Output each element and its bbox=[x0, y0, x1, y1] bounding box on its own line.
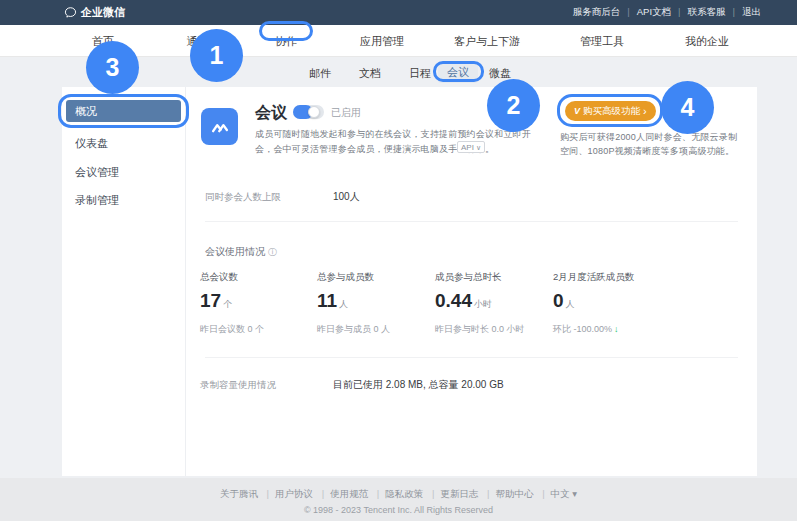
participant-limit-value: 100人 bbox=[333, 190, 360, 204]
stat-value: 0 bbox=[553, 290, 564, 311]
stat-value: 11 bbox=[317, 290, 337, 311]
sidebar-item-overview[interactable]: 概况 bbox=[66, 100, 181, 122]
api-dropdown[interactable]: API∨ bbox=[457, 141, 485, 153]
tab-calendar[interactable]: 日程 bbox=[409, 66, 431, 81]
footer-links: 关于腾讯 用户协议 使用规范 隐私政策 更新日志 帮助中心 中文 ▾ bbox=[0, 488, 797, 501]
topbar-link-api-docs[interactable]: API文档 bbox=[620, 6, 671, 19]
buy-premium-button[interactable]: V 购买高级功能 › bbox=[565, 101, 656, 121]
chevron-right-icon: › bbox=[643, 106, 647, 117]
footer-link-changelog[interactable]: 更新日志 bbox=[426, 488, 478, 499]
stat-total-duration: 成员参与总时长 0.44小时 昨日参与时长 0.0 小时 bbox=[435, 271, 550, 336]
nav-item-customers[interactable]: 客户与上下游 bbox=[454, 34, 520, 49]
stat-subtext: 环比 -100.00% bbox=[553, 324, 612, 334]
annotation-step-4: 4 bbox=[661, 81, 714, 134]
tab-docs[interactable]: 文档 bbox=[359, 66, 381, 81]
footer-link-usage-rules[interactable]: 使用规范 bbox=[316, 488, 368, 499]
meeting-description-line1: 成员可随时随地发起和参与的在线会议，支持提前预约会议和立即开 bbox=[255, 128, 531, 141]
api-label: API bbox=[461, 143, 474, 152]
stat-unit: 人 bbox=[339, 299, 348, 309]
chat-bubble-icon bbox=[64, 6, 77, 19]
info-icon[interactable]: ⓘ bbox=[268, 247, 277, 257]
usage-title-label: 会议使用情况 bbox=[205, 246, 265, 257]
vip-icon: V bbox=[574, 106, 580, 116]
sidebar-item-meeting-management[interactable]: 会议管理 bbox=[75, 165, 119, 180]
footer-copyright: © 1998 - 2023 Tencent Inc. All Rights Re… bbox=[0, 505, 797, 515]
stat-label: 总参与成员数 bbox=[317, 271, 432, 284]
buy-description-line2: 空间、1080P视频清晰度等多项高级功能。 bbox=[560, 145, 734, 158]
topbar-link-logout[interactable]: 退出 bbox=[726, 6, 761, 19]
tab-mail[interactable]: 邮件 bbox=[309, 66, 331, 81]
recording-capacity-value: 目前已使用 2.08 MB, 总容量 20.00 GB bbox=[333, 378, 504, 392]
stat-label: 2月月度活跃成员数 bbox=[553, 271, 668, 284]
sidebar-divider bbox=[185, 87, 186, 476]
wecom-brand[interactable]: 企业微信 bbox=[64, 0, 125, 25]
sidebar-item-recording-management[interactable]: 录制管理 bbox=[75, 193, 119, 208]
participant-limit-label: 同时参会人数上限 bbox=[205, 191, 281, 204]
footer-link-about[interactable]: 关于腾讯 bbox=[220, 488, 258, 499]
enabled-status-label: 已启用 bbox=[331, 106, 361, 120]
stat-subtext: 昨日参与成员 0 人 bbox=[317, 323, 432, 336]
nav-item-collaboration[interactable]: 协作 bbox=[275, 34, 297, 49]
nav-item-management-tools[interactable]: 管理工具 bbox=[580, 34, 624, 49]
topbar-link-contact-support[interactable]: 联系客服 bbox=[671, 6, 725, 19]
sidebar-item-dashboard[interactable]: 仪表盘 bbox=[75, 136, 108, 151]
stat-subtext: 昨日参与时长 0.0 小时 bbox=[435, 323, 550, 336]
chevron-down-icon: ∨ bbox=[476, 144, 481, 151]
meeting-enabled-toggle[interactable] bbox=[293, 105, 324, 119]
annotation-step-3: 3 bbox=[86, 41, 139, 94]
divider bbox=[205, 357, 738, 358]
footer: 关于腾讯 用户协议 使用规范 隐私政策 更新日志 帮助中心 中文 ▾ © 199… bbox=[0, 478, 797, 521]
footer-language-selector[interactable]: 中文 ▾ bbox=[536, 488, 577, 499]
usage-section-title: 会议使用情况ⓘ bbox=[205, 245, 277, 259]
brand-label: 企业微信 bbox=[81, 5, 125, 20]
annotation-step-1: 1 bbox=[190, 29, 243, 82]
stat-value: 0.44 bbox=[435, 290, 472, 311]
footer-link-privacy[interactable]: 隐私政策 bbox=[371, 488, 423, 499]
trend-down-arrow-icon: ↓ bbox=[614, 324, 619, 334]
stat-label: 总会议数 bbox=[200, 271, 315, 284]
stat-total-participants: 总参与成员数 11人 昨日参与成员 0 人 bbox=[317, 271, 432, 336]
toggle-knob bbox=[308, 106, 320, 118]
buy-description-line1: 购买后可获得2000人同时参会、无限云录制 bbox=[560, 131, 737, 144]
stat-unit: 个 bbox=[223, 299, 232, 309]
meeting-app-icon bbox=[201, 108, 238, 145]
stat-unit: 小时 bbox=[474, 299, 492, 309]
buy-premium-label: 购买高级功能 bbox=[583, 105, 640, 118]
stat-total-meetings: 总会议数 17个 昨日会议数 0 个 bbox=[200, 271, 315, 336]
tab-meeting[interactable]: 会议 bbox=[438, 62, 478, 83]
topbar-links: 服务商后台 API文档 联系客服 退出 bbox=[573, 0, 761, 25]
nav-item-apps[interactable]: 应用管理 bbox=[360, 34, 404, 49]
recording-capacity-label: 录制容量使用情况 bbox=[200, 379, 276, 392]
topbar-link-provider-console[interactable]: 服务商后台 bbox=[573, 6, 621, 19]
stat-unit: 人 bbox=[566, 299, 575, 309]
stat-label: 成员参与总时长 bbox=[435, 271, 550, 284]
annotation-step-2: 2 bbox=[487, 79, 540, 132]
footer-link-user-agreement[interactable]: 用户协议 bbox=[261, 488, 313, 499]
topbar: 企业微信 服务商后台 API文档 联系客服 退出 bbox=[0, 0, 797, 25]
stat-monthly-active: 2月月度活跃成员数 0人 环比 -100.00%↓ bbox=[553, 271, 668, 336]
stat-value: 17 bbox=[200, 290, 221, 311]
page-title: 会议 bbox=[255, 103, 287, 124]
divider bbox=[205, 221, 738, 222]
footer-link-help-center[interactable]: 帮助中心 bbox=[481, 488, 533, 499]
nav-item-my-company[interactable]: 我的企业 bbox=[685, 34, 729, 49]
stat-subtext: 昨日会议数 0 个 bbox=[200, 323, 315, 336]
